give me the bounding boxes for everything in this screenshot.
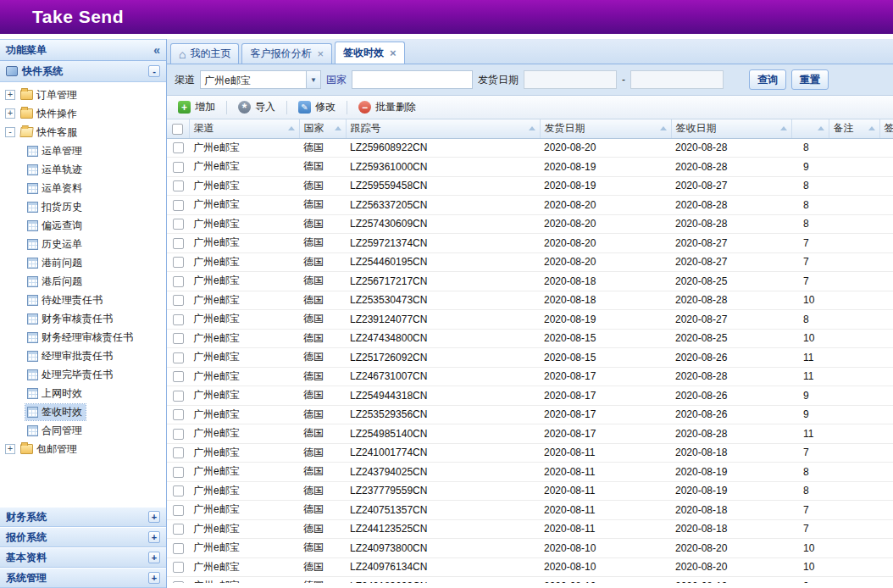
table-row[interactable]: 广州e邮宝德国LZ259361000CN2020-08-192020-08-28… bbox=[167, 158, 893, 177]
table-row[interactable]: 广州e邮宝德国LZ253530473CN2020-08-182020-08-28… bbox=[167, 291, 893, 310]
tree-item[interactable]: -快件客服 bbox=[0, 123, 166, 141]
tree-item[interactable]: 运单轨迹 bbox=[0, 160, 166, 179]
row-checkbox[interactable] bbox=[173, 409, 184, 420]
select-all-checkbox[interactable] bbox=[172, 124, 183, 135]
sort-asc-icon[interactable] bbox=[288, 126, 295, 130]
row-checkbox[interactable] bbox=[173, 467, 184, 478]
chevron-down-icon[interactable]: ▼ bbox=[306, 71, 320, 88]
collapse-section-icon[interactable]: - bbox=[148, 65, 160, 77]
tree-item[interactable]: 签收时效 bbox=[0, 402, 166, 421]
row-checkbox[interactable] bbox=[173, 257, 184, 268]
table-row[interactable]: 广州e邮宝德国LZ253529356CN2020-08-172020-08-26… bbox=[167, 405, 893, 424]
sort-asc-icon[interactable] bbox=[868, 126, 875, 130]
column-header[interactable]: 跟踪号 bbox=[346, 119, 540, 138]
table-row[interactable]: 广州e邮宝德国LZ256717217CN2020-08-182020-08-25… bbox=[167, 272, 893, 291]
tree-item[interactable]: +快件操作 bbox=[0, 104, 166, 123]
tree-item[interactable]: 财务经理审核责任书 bbox=[0, 328, 166, 347]
row-checkbox[interactable] bbox=[173, 238, 184, 249]
tree-item[interactable]: 港前问题 bbox=[0, 253, 166, 272]
close-icon[interactable]: × bbox=[390, 47, 397, 58]
table-row[interactable]: 广州e邮宝德国LZ240973800CN2020-08-102020-08-20… bbox=[167, 539, 893, 558]
column-header[interactable]: 签 bbox=[879, 119, 893, 138]
table-row[interactable]: 广州e邮宝德国LZ251726092CN2020-08-152020-08-26… bbox=[167, 348, 893, 368]
table-row[interactable]: 广州e邮宝德国LZ259559458CN2020-08-192020-08-27… bbox=[167, 176, 893, 196]
add-button[interactable]: +增加 bbox=[172, 98, 221, 116]
expand-icon[interactable]: + bbox=[5, 90, 15, 100]
table-row[interactable]: 广州e邮宝德国LZ240976134CN2020-08-102020-08-20… bbox=[167, 557, 893, 577]
table-row[interactable]: 广州e邮宝德国LZ254944318CN2020-08-172020-08-26… bbox=[167, 386, 893, 406]
tree-item[interactable]: +订单管理 bbox=[0, 86, 166, 104]
row-checkbox[interactable] bbox=[173, 180, 184, 191]
row-checkbox[interactable] bbox=[173, 429, 184, 440]
table-row[interactable]: 广州e邮宝德国LZ259721374CN2020-08-202020-08-27… bbox=[167, 234, 893, 253]
table-row[interactable]: 广州e邮宝德国LZ243794025CN2020-08-112020-08-19… bbox=[167, 463, 893, 482]
collapse-sidebar-icon[interactable]: « bbox=[153, 43, 160, 57]
expand-section-icon[interactable]: + bbox=[148, 552, 160, 563]
tree-item[interactable]: 港后问题 bbox=[0, 272, 166, 291]
sidebar-section[interactable]: 财务系统+ bbox=[0, 507, 166, 527]
row-checkbox[interactable] bbox=[173, 200, 184, 211]
row-checkbox[interactable] bbox=[173, 543, 184, 554]
row-checkbox[interactable] bbox=[173, 142, 184, 153]
table-row[interactable]: 广州e邮宝德国LZ256337205CN2020-08-202020-08-28… bbox=[167, 196, 893, 215]
tab-my-home[interactable]: ⌂我的主页 bbox=[170, 43, 239, 64]
sidebar-section[interactable]: 基本资料+ bbox=[0, 547, 166, 568]
row-checkbox[interactable] bbox=[173, 505, 184, 516]
country-input[interactable] bbox=[352, 70, 473, 89]
collapse-icon[interactable]: - bbox=[5, 127, 15, 137]
table-row[interactable]: 广州e邮宝德国LZ246731007CN2020-08-172020-08-28… bbox=[167, 367, 893, 386]
tree-item[interactable]: 合同管理 bbox=[0, 421, 166, 440]
ship-date-to-input[interactable] bbox=[630, 70, 724, 89]
row-checkbox[interactable] bbox=[173, 581, 184, 583]
sidebar-section[interactable]: 报价系统+ bbox=[0, 527, 166, 547]
sort-asc-icon[interactable] bbox=[660, 126, 667, 130]
row-checkbox[interactable] bbox=[173, 371, 184, 382]
tree-item[interactable]: 运单资料 bbox=[0, 179, 166, 197]
sort-asc-icon[interactable] bbox=[780, 126, 787, 130]
row-checkbox[interactable] bbox=[173, 295, 184, 306]
sidebar-section[interactable]: 系统管理+ bbox=[0, 568, 166, 588]
row-checkbox[interactable] bbox=[173, 562, 184, 573]
expand-section-icon[interactable]: + bbox=[148, 511, 160, 523]
sort-asc-icon[interactable] bbox=[529, 126, 535, 130]
column-header[interactable]: 国家 bbox=[299, 119, 346, 138]
tree-item[interactable]: 待处理责任书 bbox=[0, 291, 166, 309]
row-checkbox[interactable] bbox=[173, 485, 184, 496]
column-header[interactable] bbox=[791, 119, 829, 138]
row-checkbox[interactable] bbox=[173, 352, 184, 363]
tree-item[interactable]: 运单管理 bbox=[0, 141, 166, 160]
column-header[interactable]: 渠道 bbox=[189, 119, 299, 138]
sort-asc-icon[interactable] bbox=[335, 126, 341, 130]
row-checkbox[interactable] bbox=[173, 333, 184, 344]
table-row[interactable]: 广州e邮宝德国LZ244123525CN2020-08-112020-08-18… bbox=[167, 519, 893, 539]
table-row[interactable]: 广州e邮宝德国LZ254985140CN2020-08-172020-08-28… bbox=[167, 424, 893, 444]
row-checkbox[interactable] bbox=[173, 162, 184, 173]
row-checkbox[interactable] bbox=[173, 524, 184, 535]
column-header[interactable]: 发货日期 bbox=[540, 119, 671, 138]
tab-sign-receipt-aging[interactable]: 签收时效× bbox=[335, 42, 405, 64]
tab-customer-quote-analysis[interactable]: 客户报价分析× bbox=[241, 43, 332, 64]
row-checkbox[interactable] bbox=[173, 276, 184, 287]
tree-item[interactable]: 扣货历史 bbox=[0, 197, 166, 216]
tree-item[interactable]: 偏远查询 bbox=[0, 216, 166, 235]
expand-section-icon[interactable]: + bbox=[148, 531, 160, 543]
table-row[interactable]: 广州e邮宝德国LZ247434800CN2020-08-152020-08-25… bbox=[167, 329, 893, 348]
search-button[interactable]: 查询 bbox=[749, 69, 786, 90]
channel-select[interactable]: 广州e邮宝 ▼ bbox=[200, 70, 321, 89]
modify-button[interactable]: ✎修改 bbox=[292, 98, 341, 116]
row-checkbox[interactable] bbox=[173, 391, 184, 402]
table-row[interactable]: 广州e邮宝德国LZ239124077CN2020-08-192020-08-27… bbox=[167, 310, 893, 330]
tree-item[interactable]: +包邮管理 bbox=[0, 440, 166, 458]
import-button[interactable]: *导入 bbox=[232, 98, 281, 116]
expand-icon[interactable]: + bbox=[5, 444, 15, 454]
sort-asc-icon[interactable] bbox=[818, 126, 824, 130]
batch-delete-button[interactable]: −批量删除 bbox=[352, 98, 422, 116]
column-header[interactable]: 备注 bbox=[829, 119, 879, 138]
table-row[interactable]: 广州e邮宝德国LZ237779559CN2020-08-112020-08-19… bbox=[167, 481, 893, 501]
reset-button[interactable]: 重置 bbox=[791, 69, 829, 90]
tree-item[interactable]: 处理完毕责任书 bbox=[0, 365, 166, 384]
table-row[interactable]: 广州e邮宝德国LZ257430609CN2020-08-202020-08-28… bbox=[167, 214, 893, 234]
tree-item[interactable]: 财务审核责任书 bbox=[0, 309, 166, 328]
column-header[interactable]: 签收日期 bbox=[671, 119, 791, 138]
table-row[interactable]: 广州e邮宝德国LZ254460195CN2020-08-202020-08-27… bbox=[167, 252, 893, 272]
